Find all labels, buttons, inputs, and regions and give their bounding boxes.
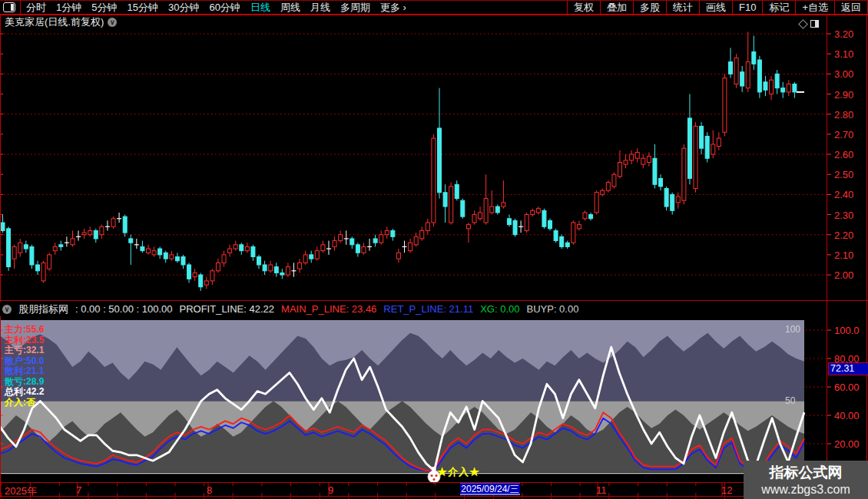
candle-up [606, 183, 610, 190]
indicator-label: 主利:23.5 [5, 335, 44, 346]
panel-toggle-icon[interactable] [3, 2, 15, 12]
candle-up [694, 126, 697, 188]
indicator-chevron-icon[interactable]: ∨ [2, 305, 12, 314]
menu-item-F10[interactable]: F10 [732, 1, 762, 14]
indicator-header-item: 股朋指标网 [18, 302, 68, 316]
candle-up [210, 271, 214, 281]
menu-item-叠加[interactable]: 叠加 [600, 1, 633, 14]
candle-down [729, 62, 733, 74]
indicator-header-item: : 0.00 : 50.00 : 100.00 [75, 303, 173, 315]
candle-up [315, 251, 319, 259]
menu-item-更多 ›[interactable]: 更多 › [380, 1, 406, 15]
menu-item-5分钟[interactable]: 5分钟 [91, 1, 117, 15]
menu-item-60分钟[interactable]: 60分钟 [209, 1, 240, 15]
price-axis-label: 2.90 [834, 89, 865, 101]
candle-up [577, 225, 581, 229]
menu-divider [20, 1, 21, 14]
candle-down [240, 245, 244, 251]
candle-down [659, 178, 663, 186]
indicator-label: 散户:50.0 [5, 356, 44, 367]
candle-down [438, 128, 442, 193]
candle-down [59, 245, 63, 247]
candle-up [630, 154, 634, 160]
menu-item-画线[interactable]: 画线 [699, 1, 732, 14]
candle-up [676, 197, 680, 203]
indicator-axis-label: 20.00 [834, 438, 865, 450]
candle-up [53, 246, 57, 250]
candle-down [752, 52, 756, 64]
split-pane-icon[interactable] [810, 20, 819, 28]
candle-down [274, 267, 278, 273]
menu-item-15分钟[interactable]: 15分钟 [127, 1, 157, 15]
candle-down [175, 256, 179, 260]
candle-up [152, 251, 156, 255]
menu-item-统计[interactable]: 统计 [666, 1, 699, 14]
menu-item-多股[interactable]: 多股 [633, 1, 666, 14]
chart-canvas[interactable] [0, 0, 868, 499]
menu-item-日线[interactable]: 日线 [250, 1, 270, 15]
candle-down [199, 275, 203, 287]
selected-date-badge: 2025/09/24/三 [460, 483, 520, 495]
candle-up [717, 138, 721, 146]
candle-down [548, 220, 552, 228]
candle-up [484, 199, 488, 223]
candle-up [385, 230, 389, 234]
tools-menu: 复权叠加多股统计画线F10标记+自选返回 [567, 1, 868, 14]
top-menu-bar: 分时1分钟5分钟15分钟30分钟60分钟日线周线月线多周期更多 › 复权叠加多股… [0, 0, 868, 15]
menu-item-月线[interactable]: 月线 [310, 1, 330, 15]
stock-title: 美克家居(日线.前复权) [5, 15, 104, 29]
candle-down [187, 265, 191, 279]
chevron-down-icon[interactable]: ∨ [108, 18, 117, 27]
menu-item-返回[interactable]: 返回 [834, 1, 868, 14]
candle-up [82, 233, 86, 235]
candle-up [71, 239, 75, 245]
menu-item-标记[interactable]: 标记 [762, 1, 795, 14]
candle-up [339, 235, 343, 241]
price-axis-label: 2.40 [834, 189, 865, 200]
candle-down [141, 246, 144, 250]
candle-up [170, 255, 174, 259]
candle-up [426, 223, 429, 230]
watermark-title: 指标公式网 [744, 463, 868, 483]
candle-down [775, 74, 779, 88]
candle-down [181, 256, 185, 264]
menu-item-+自选[interactable]: +自选 [795, 1, 834, 14]
menu-item-多周期[interactable]: 多周期 [340, 1, 370, 15]
candle-up [624, 160, 628, 164]
price-axis-label: 2.20 [834, 230, 865, 241]
menu-item-周线[interactable]: 周线 [280, 1, 300, 15]
candle-up [193, 273, 197, 276]
candle-down [700, 126, 704, 148]
indicator-axis-label: 100.0 [834, 325, 865, 336]
price-axis-label: 2.80 [834, 109, 865, 121]
menu-item-1分钟[interactable]: 1分钟 [56, 1, 81, 15]
watermark-badge: 指标公式网 www.zbgs3.com [744, 461, 868, 499]
indicator-header-item: PROFIT_LINE: 42.22 [180, 303, 275, 315]
candle-up [612, 174, 616, 187]
candle-up [490, 207, 494, 213]
candle-down [653, 158, 657, 184]
candle-up [466, 225, 470, 229]
candle-up [647, 157, 651, 163]
candle-up [18, 243, 22, 253]
candle-down [94, 230, 98, 238]
candle-down [740, 72, 744, 86]
indicator-value-labels: 主力:55.6主利:23.5主亏:32.1散户:50.0散利:21.1散亏:28… [5, 325, 44, 408]
candle-up [303, 255, 307, 263]
candle-down [356, 245, 359, 253]
candle-up [333, 241, 336, 247]
price-axis-label: 3.20 [834, 28, 865, 40]
frame-line [866, 0, 867, 499]
menu-item-30分钟[interactable]: 30分钟 [168, 1, 199, 15]
candle-up [479, 213, 482, 219]
menu-item-分时[interactable]: 分时 [26, 1, 46, 15]
chart-title-row: 美克家居(日线.前复权) ∨ [5, 16, 117, 28]
divider-line [0, 482, 868, 483]
menu-item-复权[interactable]: 复权 [567, 1, 600, 14]
indicator-label: 主力:55.6 [5, 325, 44, 335]
candle-up [409, 243, 412, 250]
candle-up [531, 210, 535, 214]
indicator-label: 总利:42.2 [5, 387, 44, 398]
signal-marker-eye [430, 474, 432, 477]
candle-up [723, 78, 727, 133]
